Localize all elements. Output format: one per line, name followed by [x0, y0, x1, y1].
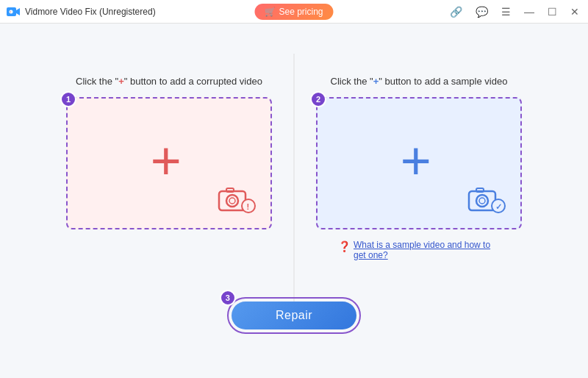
help-circle-icon: ❓ [338, 240, 351, 252]
svg-point-6 [229, 198, 235, 204]
cart-icon: 🛒 [265, 7, 276, 17]
repair-button-wrapper: 3 Repair [227, 297, 361, 334]
repair-button[interactable]: Repair [232, 302, 356, 329]
maximize-icon[interactable]: ☐ [545, 4, 560, 19]
main-content: Click the "+" button to add a corrupted … [0, 24, 588, 378]
corrupted-camera-icon: ! [218, 185, 256, 215]
left-plus-highlight: + [118, 76, 124, 87]
repair-area: 3 Repair [227, 297, 361, 334]
right-plus-highlight: + [373, 76, 379, 87]
right-panel-instruction: Click the "+" button to add a sample vid… [331, 76, 508, 87]
sample-video-help-link[interactable]: What is a sample video and how to get on… [354, 240, 500, 260]
link-icon[interactable]: 🔗 [447, 4, 465, 19]
svg-point-11 [476, 195, 488, 207]
title-bar: ! Vidmore Video Fix (Unregistered) 🛒 See… [0, 0, 588, 24]
svg-text:!: ! [10, 10, 11, 13]
sample-video-dropzone[interactable]: 2 + ✓ [316, 97, 522, 229]
sample-camera-icon: ✓ [467, 185, 506, 215]
svg-text:✓: ✓ [495, 202, 502, 211]
svg-marker-1 [16, 8, 20, 15]
step-badge-3: 3 [220, 290, 236, 306]
add-sample-plus-icon: + [401, 134, 431, 187]
app-logo-icon: ! [6, 4, 21, 19]
sample-video-panel: Click the "+" button to add a sample vid… [294, 68, 544, 268]
title-right: 🔗 💬 ☰ — ☐ ✕ [447, 4, 582, 19]
minimize-icon[interactable]: — [521, 4, 537, 19]
step-badge-2: 2 [310, 91, 326, 107]
title-center: 🛒 See pricing [254, 4, 333, 20]
add-corrupted-plus-icon: + [151, 134, 182, 187]
see-pricing-label: See pricing [279, 7, 323, 17]
close-icon[interactable]: ✕ [567, 4, 582, 19]
svg-text:!: ! [247, 202, 250, 211]
svg-rect-13 [476, 188, 484, 192]
see-pricing-button[interactable]: 🛒 See pricing [254, 4, 333, 20]
left-panel-instruction: Click the "+" button to add a corrupted … [76, 76, 262, 87]
title-left: ! Vidmore Video Fix (Unregistered) [6, 4, 156, 19]
panels-area: Click the "+" button to add a corrupted … [0, 68, 588, 268]
corrupted-video-panel: Click the "+" button to add a corrupted … [44, 68, 294, 237]
svg-point-5 [226, 195, 238, 207]
corrupted-video-dropzone[interactable]: 1 + ! [66, 97, 272, 229]
step-badge-1: 1 [60, 91, 76, 107]
app-title: Vidmore Video Fix (Unregistered) [25, 7, 156, 17]
sample-link-area: ❓ What is a sample video and how to get … [338, 240, 500, 260]
svg-point-12 [479, 198, 485, 204]
chat-icon[interactable]: 💬 [473, 4, 491, 19]
menu-icon[interactable]: ☰ [498, 4, 514, 19]
svg-rect-7 [226, 188, 234, 192]
